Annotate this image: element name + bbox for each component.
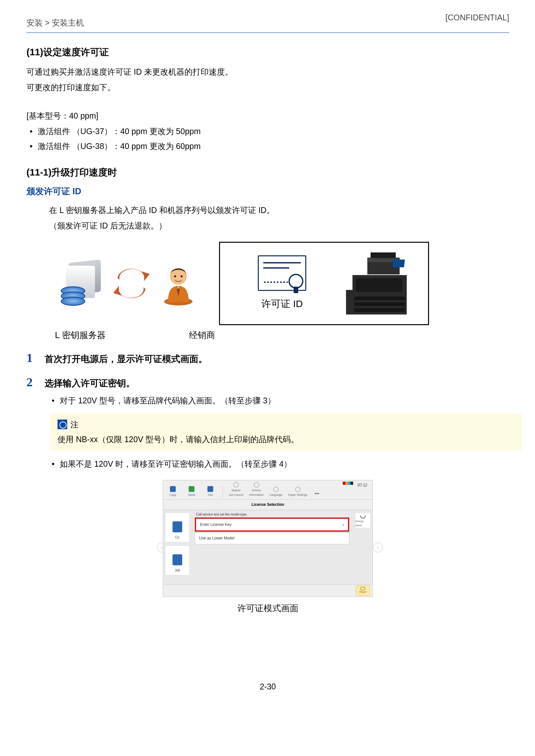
issue-license-id-title: 颁发许可证 ID	[26, 185, 509, 198]
toolbar-send-button[interactable]: Send	[185, 486, 198, 497]
bullet-ug37: 激活组件 （UG-37）：40 ppm 更改为 50ppm	[30, 125, 509, 138]
svg-rect-10	[354, 296, 405, 300]
panel-left-shortcuts: Co Job	[163, 510, 192, 584]
left-card-2[interactable]: Job	[165, 546, 190, 575]
step-2-sub2: 如果不是 120V 时，请移至许可证密钥输入画面。（转至步骤 4）	[52, 457, 509, 470]
chevron-right-icon: ›	[343, 521, 344, 528]
page-header: 安装 > 安装主机 [CONFIDENTIAL]	[26, 13, 509, 33]
step-2-sub1: 对于 120V 型号，请移至品牌代码输入画面。（转至步骤 3）	[52, 394, 509, 407]
toolbar-fax-button[interactable]: Fax	[204, 486, 217, 497]
panel-right: Energy Saver	[353, 510, 373, 584]
step-2-number: 2	[26, 375, 44, 391]
license-id-label: 许可证 ID	[261, 296, 303, 311]
page-number: 2-30	[26, 680, 509, 693]
step-2-sub-bullets-b: 如果不是 120V 时，请移至许可证密钥输入画面。（转至步骤 4）	[52, 457, 509, 470]
svg-point-3	[174, 276, 176, 277]
toolbar-copy-button[interactable]: Copy	[166, 486, 179, 497]
issue-line-1: 在 L 密钥服务器上输入产品 ID 和机器序列号以颁发许可证 ID。	[49, 204, 509, 217]
toolbar-more-button[interactable]: •••	[313, 490, 321, 497]
license-id-box: 许可证 ID	[219, 242, 429, 325]
panel-footer: Reset	[163, 584, 373, 596]
svg-rect-1	[177, 286, 180, 289]
panel-next-button[interactable]: ›	[373, 543, 383, 552]
bullet-ug38: 激活组件 （UG-38）：40 ppm 更改为 60ppm	[30, 140, 509, 153]
svg-rect-8	[393, 260, 405, 267]
step-1-number: 1	[26, 351, 44, 366]
dealer-person-icon	[156, 259, 201, 308]
panel-section-title: License Selection	[163, 500, 373, 510]
svg-rect-14	[346, 290, 354, 314]
issue-line-2: （颁发许可证 ID 后无法退款。）	[49, 219, 509, 232]
breadcrumb: 安装 > 安装主机	[26, 18, 84, 27]
svg-point-4	[181, 276, 183, 277]
panel-clock: 07:12	[358, 482, 367, 488]
energy-saver-button[interactable]: Energy Saver	[355, 512, 371, 528]
illustration-labels: L 密钥服务器 经销商	[55, 328, 509, 342]
note-body: 使用 NB-xx（仅限 120V 型号）时，请输入信封上印刷的品牌代码。	[58, 433, 515, 446]
note-box: 注 使用 NB-xx（仅限 120V 型号）时，请输入信封上印刷的品牌代码。	[50, 413, 522, 451]
section-11-bullets: 激活组件 （UG-37）：40 ppm 更改为 50ppm 激活组件 （UG-3…	[30, 125, 509, 153]
note-title: 注	[70, 418, 78, 431]
toolbar-status-button[interactable]: Status/ Job Cancel	[229, 482, 243, 497]
svg-rect-12	[354, 308, 405, 312]
mfp-printer-icon	[336, 246, 420, 321]
screenshot-caption: 许可证模式画面	[155, 601, 381, 615]
step-2-text: 选择输入许可证密钥。	[44, 375, 509, 391]
left-card-1[interactable]: Co	[165, 512, 190, 542]
dealer-label: 经销商	[189, 330, 215, 340]
step-2: 2 选择输入许可证密钥。	[26, 375, 509, 391]
use-as-lower-model-option[interactable]: Use as Lower Model	[195, 533, 349, 544]
step-2-sub-bullets-a: 对于 120V 型号，请移至品牌代码输入画面。（转至步骤 3）	[52, 394, 509, 407]
illustration-row: 许可证 ID	[59, 242, 509, 325]
svg-rect-5	[371, 252, 396, 258]
toolbar-language-button[interactable]: Language	[269, 487, 282, 497]
section-11-title: (11)设定速度许可证	[26, 44, 509, 59]
toner-status-icon	[343, 481, 353, 485]
server-icon	[59, 259, 107, 308]
step-1: 1 首次打开电源后，显示许可证模式画面。	[26, 351, 509, 366]
section-11-p2: 可更改的打印速度如下。	[26, 81, 509, 94]
sync-arrows-icon	[107, 261, 156, 306]
toolbar-paper-settings-button[interactable]: Paper Settings	[288, 487, 307, 497]
moon-icon	[359, 512, 367, 520]
reset-icon	[360, 587, 365, 590]
section-11-1-title: (11-1)升级打印速度时	[26, 165, 509, 180]
confidential-tag: [CONFIDENTIAL]	[445, 11, 509, 24]
base-model-line: [基本型号：40 ppm]	[26, 109, 509, 122]
server-label: L 密钥服务器	[55, 328, 123, 342]
panel-center: Call service and set the model type. Ent…	[192, 510, 353, 584]
step-1-text: 首次打开电源后，显示许可证模式画面。	[44, 351, 509, 366]
note-icon	[58, 420, 67, 429]
section-11-p1: 可通过购买并激活速度许可证 ID 来更改机器的打印速度。	[26, 65, 509, 78]
enter-license-key-option[interactable]: Enter License Key ›	[195, 517, 349, 532]
panel-toolbar: Copy Send Fax Status/ Job Cancel Device …	[163, 480, 373, 500]
certificate-icon	[258, 255, 306, 291]
panel-hint: Call service and set the model type.	[196, 512, 349, 517]
svg-rect-13	[356, 278, 402, 292]
svg-rect-11	[354, 302, 405, 306]
toolbar-device-info-button[interactable]: Device Information	[249, 482, 264, 497]
reset-button[interactable]: Reset	[356, 585, 370, 596]
license-mode-screen: 07:12 Copy Send Fax Status/ Job Cancel D…	[163, 480, 373, 597]
